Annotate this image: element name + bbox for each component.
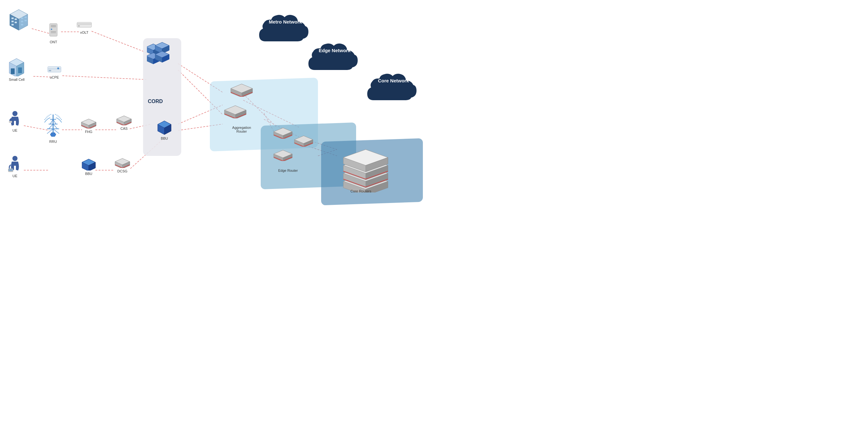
core-routers-group: [337, 142, 394, 194]
cord-label: CORD: [148, 99, 163, 104]
edge-router-2-icon: [292, 135, 315, 147]
volt-icon: [76, 20, 92, 29]
dcsg-device: DCSG: [115, 158, 130, 173]
bbu-cord-label: BBU: [161, 136, 168, 140]
ucpe-device: uCPE: [47, 65, 62, 79]
svg-rect-36: [21, 24, 23, 26]
ue2-label: UE: [12, 174, 17, 178]
svg-rect-42: [77, 22, 92, 27]
svg-rect-39: [51, 29, 52, 30]
core-routers-label: Core Routers: [348, 189, 374, 193]
agg-router-1-icon: [229, 83, 254, 97]
svg-rect-34: [21, 21, 23, 22]
svg-line-2: [92, 31, 146, 53]
bbu-cord-icon: [156, 119, 172, 135]
svg-rect-30: [14, 22, 17, 23]
rru-icon: [44, 113, 62, 139]
edge-network-label: Edge Network: [312, 47, 358, 54]
bbu-cord-device: BBU: [156, 119, 172, 140]
agg-router-1: [229, 83, 254, 98]
svg-line-63: [53, 124, 58, 129]
svg-point-92: [12, 156, 18, 161]
svg-rect-32: [21, 18, 23, 19]
edge-router-3: [272, 150, 294, 162]
ue1-label: UE: [12, 128, 17, 132]
dcsg-label: DCSG: [117, 169, 127, 173]
ue2-device: UE: [7, 155, 23, 178]
svg-rect-31: [11, 24, 14, 26]
svg-rect-38: [51, 25, 56, 27]
building-device: [7, 8, 31, 32]
bbu-bottom-icon: [81, 158, 97, 171]
volt-device: vOLT: [76, 20, 92, 34]
network-diagram: CORD: [0, 0, 434, 212]
dcsg-icon: [115, 158, 130, 168]
svg-rect-33: [25, 17, 27, 18]
fhg-icon: [81, 118, 97, 128]
agg-router-label: AggregationRouter: [229, 126, 254, 133]
edge-router-1-icon: [272, 127, 294, 139]
edge-router-label: Edge Router: [278, 169, 298, 173]
svg-rect-29: [11, 21, 14, 22]
edge-router-2: [292, 135, 315, 148]
fhg-label: FHG: [85, 130, 92, 133]
svg-rect-55: [9, 121, 12, 123]
ont-device: ONT: [47, 23, 60, 44]
ue1-icon: [7, 110, 23, 127]
svg-rect-40: [51, 31, 56, 32]
core-cloud-icon: [364, 68, 423, 110]
metro-network-label: Metro Network: [262, 19, 308, 25]
ucpe-icon: [47, 65, 62, 74]
core-network-label: Core Network: [370, 77, 416, 84]
core-routers-icon: [337, 142, 394, 192]
small-cell-device: Small Cell: [8, 57, 25, 82]
edge-router-3-icon: [272, 150, 294, 161]
svg-rect-41: [51, 32, 56, 33]
edge-cloud-icon: [305, 38, 364, 80]
cas-device: CAS: [116, 115, 132, 130]
cord-server-icon: [147, 41, 174, 65]
svg-rect-52: [49, 70, 51, 71]
fhg-device: FHG: [81, 118, 97, 133]
cord-icon-top: [147, 41, 174, 66]
ont-icon: [47, 23, 60, 39]
svg-rect-43: [77, 24, 92, 25]
building-icon: [7, 8, 31, 32]
svg-marker-66: [50, 133, 56, 136]
svg-rect-48: [18, 67, 22, 73]
svg-rect-94: [8, 169, 13, 171]
svg-rect-27: [11, 18, 14, 19]
svg-rect-35: [25, 20, 27, 21]
ue1-device: UE: [7, 110, 23, 132]
rru-label: RRU: [49, 140, 57, 144]
svg-line-0: [32, 29, 49, 33]
agg-router-2: [223, 105, 248, 120]
svg-point-53: [57, 67, 59, 69]
small-cell-icon: [8, 57, 25, 77]
svg-rect-44: [78, 26, 80, 26]
core-network-cloud: Core Network: [364, 68, 423, 111]
edge-network-cloud: Edge Network: [305, 38, 364, 81]
ont-label: ONT: [50, 40, 57, 44]
small-cell-label: Small Cell: [9, 78, 25, 82]
svg-line-4: [62, 76, 146, 80]
ue2-icon: [7, 155, 23, 173]
svg-point-54: [12, 111, 18, 116]
rru-device: RRU: [44, 113, 62, 144]
bbu-bottom-label: BBU: [85, 172, 93, 176]
edge-router-1: [272, 127, 294, 140]
volt-label: vOLT: [80, 31, 88, 34]
cas-label: CAS: [121, 127, 128, 130]
bbu-bottom-device: BBU: [81, 158, 97, 176]
svg-line-62: [49, 124, 53, 129]
svg-rect-28: [14, 19, 17, 20]
cas-icon: [116, 115, 132, 125]
svg-rect-49: [11, 68, 14, 74]
agg-router-2-icon: [223, 105, 248, 118]
ucpe-label: uCPE: [50, 75, 59, 79]
